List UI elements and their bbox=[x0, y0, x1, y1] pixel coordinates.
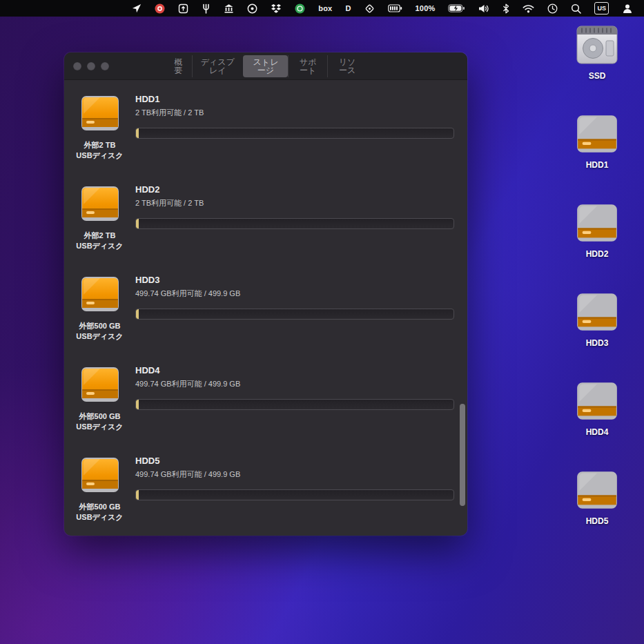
location-icon[interactable] bbox=[132, 2, 142, 14]
about-window: 概要ディスプレイストレージサポートリソース bbox=[64, 52, 467, 536]
tab-リソース[interactable]: リソース bbox=[327, 55, 367, 77]
drive-capacity: 499.74 GB利用可能 / 499.9 GB bbox=[135, 289, 454, 299]
drive-row: 外部500 GB USBディスク HDD4 499.74 GB利用可能 / 49… bbox=[64, 362, 467, 453]
desktop-icon-label: HDD1 bbox=[586, 160, 609, 170]
tab-サポート[interactable]: サポート bbox=[288, 55, 327, 77]
drive-name: HDD3 bbox=[135, 275, 454, 285]
drive-name: HDD5 bbox=[135, 456, 454, 466]
drive-device-label: 外部2 TB USBディスク bbox=[76, 140, 123, 161]
desktop-icon-ssd[interactable]: SSD bbox=[576, 26, 618, 81]
desktop-icon-hdd1[interactable]: HDD1 bbox=[576, 115, 618, 170]
storage-used-fill bbox=[136, 309, 139, 319]
menu-bar: box D 100% US bbox=[0, 0, 644, 17]
battery-meter-icon[interactable] bbox=[388, 2, 402, 14]
box-logo[interactable]: box bbox=[318, 2, 332, 14]
drive-capacity: 2 TB利用可能 / 2 TB bbox=[135, 198, 454, 208]
diamond-shield-icon[interactable] bbox=[364, 2, 375, 14]
tab-label: ストレージ bbox=[253, 57, 279, 75]
storage-used-fill bbox=[136, 490, 139, 500]
dropbox-icon[interactable] bbox=[271, 2, 282, 14]
red-app-icon[interactable] bbox=[155, 2, 165, 14]
close-button[interactable] bbox=[73, 62, 81, 70]
desktop-icon-hdd5[interactable]: HDD5 bbox=[576, 471, 618, 526]
desktop-icon-label: HDD4 bbox=[586, 427, 609, 437]
minimize-button[interactable] bbox=[87, 62, 95, 70]
storage-usage-bar bbox=[135, 489, 454, 500]
tab-label: ディスプレイ bbox=[201, 57, 235, 75]
fast-user-switch-icon[interactable] bbox=[622, 2, 633, 14]
spotlight-search-icon[interactable] bbox=[571, 2, 581, 14]
desktop-icon-hdd2[interactable]: HDD2 bbox=[576, 204, 618, 259]
storage-usage-bar bbox=[135, 128, 454, 139]
storage-used-fill bbox=[136, 219, 139, 228]
external-drive-icon bbox=[80, 367, 120, 405]
d-app-logo[interactable]: D bbox=[345, 2, 351, 14]
drive-row: 外部500 GB USBディスク HDD3 499.74 GB利用可能 / 49… bbox=[64, 272, 467, 362]
fork-utility-icon[interactable] bbox=[202, 2, 211, 14]
storage-panel: 外部2 TB USBディスク HDD1 2 TB利用可能 / 2 TB bbox=[64, 80, 467, 535]
tab-label: 概要 bbox=[174, 57, 182, 75]
desktop-icon-hdd3[interactable]: HDD3 bbox=[576, 293, 618, 348]
zoom-button[interactable] bbox=[101, 62, 109, 70]
drive-name: HDD4 bbox=[135, 365, 454, 375]
battery-charging-icon[interactable] bbox=[448, 2, 465, 14]
tab-label: サポート bbox=[300, 57, 317, 75]
desktop-icon-label: HDD3 bbox=[586, 338, 609, 348]
hdd-icon bbox=[576, 204, 618, 245]
drive-capacity: 2 TB利用可能 / 2 TB bbox=[135, 108, 454, 118]
traffic-lights bbox=[64, 62, 109, 70]
tab-label: リソース bbox=[339, 57, 356, 75]
circle-app-icon[interactable] bbox=[247, 2, 257, 14]
storage-used-fill bbox=[136, 128, 139, 138]
drive-capacity: 499.74 GB利用可能 / 499.9 GB bbox=[135, 469, 454, 480]
storage-usage-bar bbox=[135, 309, 454, 320]
volume-icon[interactable] bbox=[478, 2, 489, 14]
tab-概要[interactable]: 概要 bbox=[165, 55, 192, 77]
window-titlebar[interactable]: 概要ディスプレイストレージサポートリソース bbox=[64, 52, 467, 80]
drive-row: 外部2 TB USBディスク HDD1 2 TB利用可能 / 2 TB bbox=[64, 91, 467, 182]
tab-ストレージ[interactable]: ストレージ bbox=[243, 55, 288, 77]
bluetooth-icon[interactable] bbox=[502, 2, 509, 14]
storage-usage-bar bbox=[135, 399, 454, 410]
battery-percent-text[interactable]: 100% bbox=[416, 2, 436, 14]
storage-used-fill bbox=[136, 400, 139, 409]
drive-device-label: 外部500 GB USBディスク bbox=[76, 321, 123, 342]
drive-name: HDD2 bbox=[135, 184, 454, 195]
hdd-icon bbox=[576, 382, 618, 423]
drive-name: HDD1 bbox=[135, 94, 454, 104]
clock-icon[interactable] bbox=[547, 2, 558, 14]
drive-row: 外部500 GB USBディスク HDD5 499.74 GB利用可能 / 49… bbox=[64, 453, 467, 536]
hdd-icon bbox=[576, 471, 618, 512]
wifi-icon[interactable] bbox=[523, 2, 534, 14]
external-drive-icon bbox=[80, 186, 120, 224]
tab-ディスプレイ[interactable]: ディスプレイ bbox=[192, 55, 243, 77]
hdd-icon bbox=[576, 293, 618, 334]
scrollbar-thumb[interactable] bbox=[460, 404, 465, 506]
drive-list: 外部2 TB USBディスク HDD1 2 TB利用可能 / 2 TB bbox=[64, 91, 467, 536]
bank-app-icon[interactable] bbox=[224, 2, 234, 14]
external-drive-icon bbox=[80, 457, 120, 496]
desktop-icon-label: SSD bbox=[589, 71, 606, 81]
drive-device-label: 外部500 GB USBディスク bbox=[76, 502, 123, 523]
drive-row: 外部2 TB USBディスク HDD2 2 TB利用可能 / 2 TB bbox=[64, 182, 467, 272]
desktop-icons: SSD bbox=[565, 26, 629, 526]
external-drive-icon bbox=[80, 276, 120, 315]
hdd-icon bbox=[576, 115, 618, 156]
upload-app-icon[interactable] bbox=[178, 2, 188, 14]
external-drive-icon bbox=[80, 95, 120, 134]
window-tabs: 概要ディスプレイストレージサポートリソース bbox=[165, 55, 367, 77]
drive-device-label: 外部2 TB USBディスク bbox=[76, 231, 123, 251]
ssd-icon bbox=[576, 26, 618, 67]
drive-device-label: 外部500 GB USBディスク bbox=[76, 411, 123, 432]
desktop-icon-hdd4[interactable]: HDD4 bbox=[576, 382, 618, 437]
drive-capacity: 499.74 GB利用可能 / 499.9 GB bbox=[135, 379, 454, 389]
desktop-icon-label: HDD2 bbox=[586, 249, 609, 259]
storage-usage-bar bbox=[135, 218, 454, 229]
desktop-icon-label: HDD5 bbox=[586, 516, 609, 526]
input-source-badge[interactable]: US bbox=[594, 2, 609, 14]
green-app-icon[interactable] bbox=[295, 2, 305, 14]
